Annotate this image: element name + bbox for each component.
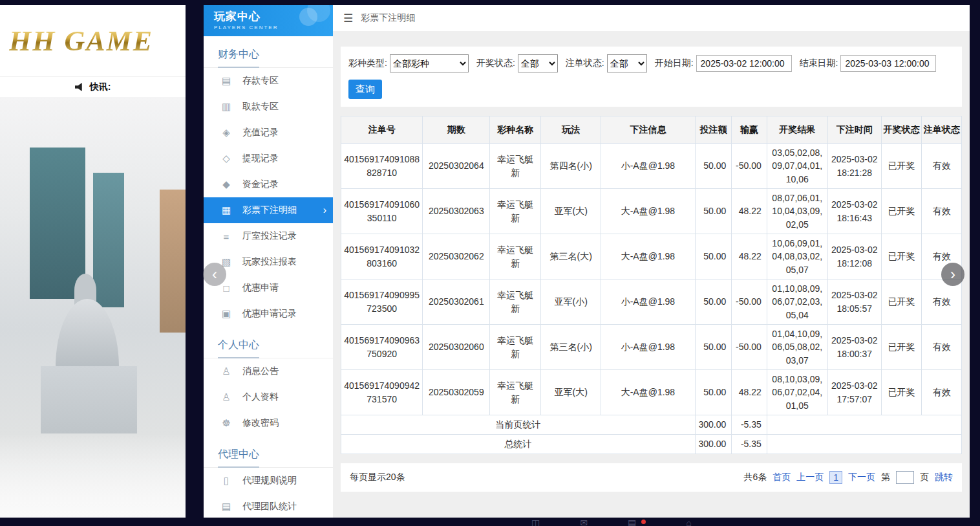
- table-cell: 2025-03-02 18:16:43: [827, 189, 881, 234]
- draw-status-label: 开奖状态:: [476, 58, 515, 69]
- sidebar-item-password[interactable]: ☸修改密码: [204, 410, 333, 436]
- sidebar-item-rules[interactable]: ▯代理规则说明: [204, 468, 333, 494]
- jump-link[interactable]: 跳转: [935, 472, 953, 483]
- table-cell: 有效: [922, 144, 962, 189]
- sidebar-item-label: 代理规则说明: [242, 475, 297, 487]
- table-cell: 已开奖: [881, 234, 922, 279]
- carousel-right-arrow[interactable]: ›: [941, 263, 964, 286]
- sidebar-item-label: 修改密码: [242, 417, 279, 429]
- brand-logo: HH GAME: [9, 25, 153, 58]
- page-number-input[interactable]: [896, 471, 914, 484]
- sidebar-item-label: 充值记录: [242, 127, 279, 138]
- table-cell: 大-A盘@1.98: [601, 370, 696, 415]
- sidebar-item-team[interactable]: ▤代理团队统计: [204, 494, 333, 518]
- carousel-left-arrow[interactable]: ‹: [203, 263, 226, 286]
- table-row: 40156917409106035011020250302063幸运飞艇新亚军(…: [341, 189, 962, 234]
- photo-building-shape: [160, 190, 186, 333]
- prev-page-link[interactable]: 上一页: [796, 472, 824, 483]
- order-status-label: 注单状态:: [566, 58, 604, 69]
- speaker-icon: [75, 83, 85, 91]
- photo-dome-shape: [56, 299, 119, 375]
- table-body: 40156917409108882871020250302064幸运飞艇新第四名…: [341, 144, 962, 454]
- photo-fade: [0, 433, 186, 518]
- table-cell: 01,04,10,09,06,05,08,02,03,07: [767, 325, 827, 370]
- summary-label: 总统计: [341, 435, 696, 454]
- table-header-cell: 下注时间: [827, 116, 881, 144]
- current-page-indicator[interactable]: 1: [829, 471, 842, 484]
- sidebar-item-label: 厅室投注记录: [242, 230, 297, 242]
- sidebar-item-deposit[interactable]: ▤存款专区: [204, 68, 333, 94]
- sidebar-item-promo-record[interactable]: ▣优惠申请记录: [204, 301, 333, 327]
- sidebar-item-label: 存款专区: [242, 75, 279, 87]
- table-cell: -50.00: [732, 144, 767, 189]
- sidebar-item-label: 玩家投注报表: [242, 256, 297, 268]
- table-row: 40156917409094273157020250302059幸运飞艇新亚军(…: [341, 370, 962, 415]
- rules-icon: ▯: [220, 475, 232, 487]
- sidebar-item-profile[interactable]: ♙个人资料: [204, 384, 333, 410]
- table-cell: 幸运飞艇新: [490, 279, 541, 325]
- table-cell: 幸运飞艇新: [490, 144, 541, 189]
- bets-table: 注单号期数彩种名称玩法下注信息投注额输赢开奖结果下注时间开奖状态注单状态 401…: [341, 116, 962, 454]
- table-cell: 大-A盘@1.98: [601, 234, 696, 279]
- footer-icon-3: ▤: [628, 518, 636, 526]
- sidebar-item-lottery[interactable]: ▦彩票下注明细›: [204, 197, 333, 223]
- sidebar-item-label: 取款专区: [242, 101, 279, 113]
- table-cell: 401569174090963750920: [341, 325, 423, 370]
- search-button[interactable]: 查询: [348, 80, 382, 99]
- logo-box: HH GAME: [0, 5, 186, 76]
- sidebar-item-label: 个人资料: [242, 391, 279, 403]
- table-cell: 大-A盘@1.98: [601, 189, 696, 234]
- total-count-label: 共6条: [743, 472, 767, 483]
- table-cell: 401569174091060350110: [341, 189, 423, 234]
- end-date-input[interactable]: [840, 55, 936, 72]
- table-cell: 小-A盘@1.98: [601, 325, 696, 370]
- footer-icon-2: ✉: [580, 518, 588, 526]
- summary-winloss-total: -5.35: [732, 435, 767, 454]
- sidebar-item-cashout[interactable]: ◇提现记录: [204, 146, 333, 171]
- sidebar-item-recharge[interactable]: ◈充值记录: [204, 120, 333, 146]
- table-cell: 有效: [922, 279, 962, 325]
- order-status-select[interactable]: 全部: [607, 54, 647, 72]
- sidebar-item-message[interactable]: ♙消息公告: [204, 358, 333, 384]
- lottery-type-select[interactable]: 全部彩种: [390, 54, 469, 72]
- table-header-cell: 输赢: [732, 116, 767, 144]
- deposit-icon: ▤: [220, 75, 232, 87]
- next-page-link[interactable]: 下一页: [848, 472, 875, 483]
- table-header-cell: 玩法: [541, 116, 601, 144]
- table-cell: 幸运飞艇新: [490, 189, 541, 234]
- sidebar-item-hall[interactable]: ≡厅室投注记录: [204, 223, 333, 249]
- summary-label: 当前页统计: [341, 415, 696, 435]
- app-panel: 玩家中心 PLAYERS CENTER 财务中心▤存款专区▥取款专区◈充值记录◇…: [204, 5, 970, 518]
- hamburger-menu-icon[interactable]: ☰: [343, 12, 353, 25]
- table-cell: 20250302061: [423, 279, 490, 325]
- sidebar-title: 玩家中心: [214, 9, 333, 24]
- topbar: ☰ 彩票下注明细: [333, 5, 970, 31]
- table-cell: 401569174091088828710: [341, 144, 423, 189]
- background-photo: [0, 97, 186, 518]
- lottery-type-label: 彩种类型:: [348, 58, 387, 69]
- table-cell: 20250302063: [423, 189, 490, 234]
- sidebar-item-withdraw[interactable]: ▥取款专区: [204, 94, 333, 120]
- table-cell: 幸运飞艇新: [490, 325, 541, 370]
- page-suffix-label: 页: [920, 472, 929, 483]
- screen: HH GAME 快讯: 玩家中心 PLAYERS CENTER 财务中心▤存款专…: [0, 0, 980, 526]
- table-cell: 50.00: [695, 279, 732, 325]
- message-icon: ♙: [220, 366, 232, 377]
- table-header-row: 注单号期数彩种名称玩法下注信息投注额输赢开奖结果下注时间开奖状态注单状态: [341, 116, 962, 144]
- table-header-cell: 注单号: [341, 116, 423, 144]
- draw-status-select[interactable]: 全部: [518, 54, 558, 72]
- table-header-cell: 下注信息: [601, 116, 696, 144]
- first-page-link[interactable]: 首页: [772, 472, 791, 483]
- sidebar-section-title: 财务中心: [204, 43, 333, 68]
- table-cell: 幸运飞艇新: [490, 370, 541, 415]
- filter-card: 彩种类型: 全部彩种 开奖状态: 全部 注单状态: 全部 开始日期:: [341, 47, 962, 107]
- footer-strip: ◫ ✉ ▤ ⌂: [531, 518, 692, 526]
- start-date-input[interactable]: [696, 55, 792, 72]
- filter-row: 彩种类型: 全部彩种 开奖状态: 全部 注单状态: 全部 开始日期:: [348, 54, 954, 72]
- table-cell: 20250302060: [423, 325, 490, 370]
- main-area: ☰ 彩票下注明细 彩种类型: 全部彩种 开奖状态: 全部 注单: [333, 5, 970, 518]
- sidebar-item-funds[interactable]: ◆资金记录: [204, 171, 333, 197]
- team-icon: ▤: [220, 501, 232, 512]
- pager-controls: 共6条 首页 上一页 1 下一页 第 页 跳转: [743, 471, 953, 484]
- table-cell: 20250302059: [423, 370, 490, 415]
